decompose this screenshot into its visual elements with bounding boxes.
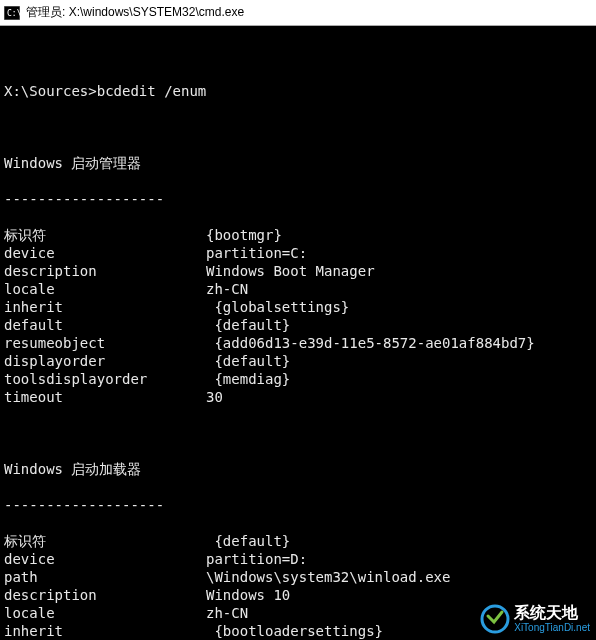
output-value: partition=C: — [206, 244, 307, 262]
output-key: 标识符 — [4, 226, 206, 244]
output-value: {memdiag} — [206, 370, 290, 388]
output-key: locale — [4, 604, 206, 622]
output-key: inherit — [4, 298, 206, 316]
section-divider: ------------------- — [4, 496, 592, 514]
output-key: path — [4, 568, 206, 586]
titlebar-title: 管理员: X:\windows\SYSTEM32\cmd.exe — [26, 4, 244, 21]
output-key: locale — [4, 280, 206, 298]
output-row: default {default} — [4, 316, 592, 334]
blank-line — [4, 424, 592, 442]
output-key: displayorder — [4, 352, 206, 370]
section-title: Windows 启动加载器 — [4, 460, 592, 478]
output-key: 标识符 — [4, 532, 206, 550]
output-value: zh-CN — [206, 280, 248, 298]
output-row: timeout30 — [4, 388, 592, 406]
output-value: 30 — [206, 388, 223, 406]
output-value: {globalsettings} — [206, 298, 349, 316]
output-row: descriptionWindows 10 — [4, 586, 592, 604]
output-row: devicepartition=D: — [4, 550, 592, 568]
section-divider: ------------------- — [4, 190, 592, 208]
output-value: Windows 10 — [206, 586, 290, 604]
cmd-icon: C:\ — [4, 6, 20, 20]
output-value: {bootloadersettings} — [206, 622, 383, 640]
console-output[interactable]: X:\Sources>bcdedit /enum Windows 启动管理器 -… — [0, 26, 596, 640]
section-title: Windows 启动管理器 — [4, 154, 592, 172]
output-value: {default} — [206, 316, 290, 334]
output-value: zh-CN — [206, 604, 248, 622]
output-key: description — [4, 586, 206, 604]
output-value: \Windows\system32\winload.exe — [206, 568, 450, 586]
output-row: toolsdisplayorder {memdiag} — [4, 370, 592, 388]
output-key: resumeobject — [4, 334, 206, 352]
output-key: inherit — [4, 622, 206, 640]
output-key: description — [4, 262, 206, 280]
output-row: resumeobject {add06d13-e39d-11e5-8572-ae… — [4, 334, 592, 352]
output-row: localezh-CN — [4, 280, 592, 298]
output-key: toolsdisplayorder — [4, 370, 206, 388]
svg-text:C:\: C:\ — [7, 9, 20, 18]
output-value: {bootmgr} — [206, 226, 282, 244]
output-row: devicepartition=C: — [4, 244, 592, 262]
output-value: {default} — [206, 532, 290, 550]
output-row: inherit {globalsettings} — [4, 298, 592, 316]
output-row: descriptionWindows Boot Manager — [4, 262, 592, 280]
prompt-line: X:\Sources>bcdedit /enum — [4, 82, 592, 100]
titlebar[interactable]: C:\ 管理员: X:\windows\SYSTEM32\cmd.exe — [0, 0, 596, 26]
watermark-main: 系统天地 — [514, 605, 590, 621]
output-value: Windows Boot Manager — [206, 262, 375, 280]
blank-line — [4, 118, 592, 136]
output-row: 标识符 {default} — [4, 532, 592, 550]
output-key: device — [4, 550, 206, 568]
output-row: path\Windows\system32\winload.exe — [4, 568, 592, 586]
output-row: displayorder {default} — [4, 352, 592, 370]
watermark-sub: XiTongTianDi.net — [514, 623, 590, 633]
watermark-icon — [480, 604, 510, 634]
output-key: default — [4, 316, 206, 334]
output-key: device — [4, 244, 206, 262]
output-key: timeout — [4, 388, 206, 406]
blank-line — [4, 46, 592, 64]
output-value: partition=D: — [206, 550, 307, 568]
output-value: {add06d13-e39d-11e5-8572-ae01af884bd7} — [206, 334, 535, 352]
output-row: 标识符{bootmgr} — [4, 226, 592, 244]
watermark-text: 系统天地 XiTongTianDi.net — [514, 605, 590, 633]
output-value: {default} — [206, 352, 290, 370]
watermark: 系统天地 XiTongTianDi.net — [480, 604, 590, 634]
